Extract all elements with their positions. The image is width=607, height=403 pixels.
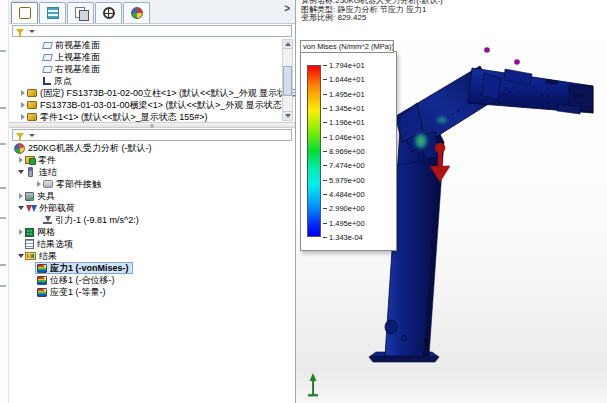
tree-item-column-part[interactable]: (固定) FS1373B-01-02-00立柱<1> (默认<<默认>_外观 显… (9, 87, 295, 99)
stress-plot-icon (37, 264, 47, 273)
scroll-thumb[interactable] (283, 66, 292, 96)
simulation-study-icon (14, 143, 25, 154)
scroll-down-button[interactable] (283, 111, 292, 120)
legend-value: 5.979e+00 (329, 177, 365, 185)
connections-icon (28, 167, 33, 177)
scroll-up-button[interactable] (283, 40, 292, 49)
part-icon (27, 101, 37, 109)
sim-item-connections[interactable]: 连结 (9, 166, 295, 178)
stress-legend: von Mises (N/mm^2 (MPa)) 1.794e+01 1.644… (300, 40, 399, 251)
sim-item-component-contact[interactable]: 零部件接触 (9, 178, 295, 190)
part-icon (27, 89, 37, 97)
chevron-down-icon (29, 30, 35, 33)
legend-title: von Mises (N/mm^2 (MPa)) (300, 40, 394, 53)
sim-item-gravity[interactable]: 引力-1 (-9.81 m/s^2:) (9, 214, 295, 226)
legend-value: 7.474e+00 (329, 162, 365, 170)
tab-dimxpert[interactable] (95, 2, 122, 23)
results-folder-icon (25, 252, 36, 260)
legend-value: 1.345e+01 (329, 105, 365, 113)
part-icon (27, 113, 37, 121)
legend-value: 4.484e+00 (329, 191, 365, 199)
featuremanager-tree-icon (19, 7, 31, 19)
tree-scrollbar[interactable] (282, 39, 293, 121)
legend-value: 2.990e+00 (329, 205, 365, 213)
collapse-arrow[interactable] (17, 254, 25, 258)
parts-folder-icon (25, 156, 35, 164)
plot-annotation: 算例名称:250KG机器人受力分析(-默认-) 图解类型: 静应力分析 节应力 … (301, 0, 443, 23)
splitter-handle (150, 124, 154, 128)
load-point-marker (484, 47, 490, 53)
tab-featuremanager[interactable] (11, 2, 38, 23)
sim-item-fixtures[interactable]: 夹具 (9, 190, 295, 202)
tree-item-top-plane[interactable]: 上视基准面 (9, 51, 295, 63)
expand-arrow[interactable] (35, 181, 43, 187)
legend-body: 1.794e+01 1.644e+01 1.495e+01 1.345e+01 … (300, 51, 397, 251)
configuration-manager-icon (75, 7, 87, 19)
legend-value: 1.046e+01 (329, 134, 365, 142)
expand-arrow[interactable] (17, 193, 25, 199)
plane-icon (42, 42, 53, 49)
expand-arrow[interactable] (19, 114, 27, 120)
sim-item-mesh[interactable]: 网格 (9, 226, 295, 238)
sim-item-displacement-plot[interactable]: 位移1 (-合位移-) (9, 274, 295, 286)
sim-item-results[interactable]: 结果 (9, 250, 295, 262)
sim-item-external-loads[interactable]: 外部载荷 (9, 202, 295, 214)
propertymanager-icon (47, 7, 59, 19)
filter-box-simulation[interactable] (12, 129, 292, 141)
tree-item-origin[interactable]: 原点 (9, 75, 295, 87)
origin-icon (43, 77, 51, 85)
expand-arrow[interactable] (19, 102, 27, 108)
legend-value: 1.495e+01 (329, 91, 365, 99)
collapse-arrow[interactable] (17, 206, 25, 210)
legend-value: 1.196e+01 (329, 119, 365, 127)
simulation-study-tree: 250KG机器人受力分析 (-默认-) 零件 连结 零部件接触 夹具 (9, 142, 295, 298)
tree-item-front-plane[interactable]: 前视基准面 (9, 39, 295, 51)
external-loads-icon (25, 203, 36, 213)
plane-icon (42, 66, 53, 73)
dimxpert-icon (103, 7, 115, 19)
strain-plot-icon (37, 288, 47, 297)
tab-propertymanager[interactable] (39, 2, 66, 23)
displacement-plot-icon (37, 276, 47, 285)
mesh-icon (25, 228, 34, 237)
graphics-area[interactable]: 算例名称:250KG机器人受力分析(-默认-) 图解类型: 静应力分析 节应力 … (296, 0, 607, 403)
tree-item-beam-part[interactable]: FS1373B-01-03-01-00横梁<1> (默认<<默认>_外观 显示状… (9, 99, 295, 111)
component-contact-icon (43, 180, 53, 188)
tab-displaymanager[interactable] (123, 2, 150, 23)
tree-splitter[interactable] (9, 122, 295, 128)
featuremanager-tree: 前视基准面 上视基准面 右视基准面 原点 (固定) FS1373B-01-02-… (9, 38, 295, 122)
panel-tab-bar: > (9, 0, 295, 24)
display-manager-icon (131, 7, 143, 19)
deformation-scale-line: 变形比例: 829.425 (301, 14, 443, 23)
orientation-triad-icon (308, 373, 318, 397)
fixtures-icon (25, 192, 34, 201)
sim-item-result-options[interactable]: 结果选项 (9, 238, 295, 250)
legend-value: 8.969e+00 (329, 148, 365, 156)
sim-item-parts[interactable]: 零件 (9, 154, 295, 166)
tab-configurations[interactable] (67, 2, 94, 23)
tree-item-right-plane[interactable]: 右视基准面 (9, 63, 295, 75)
left-edge-strip (0, 0, 9, 403)
collapse-arrow[interactable] (17, 170, 25, 174)
load-point-marker (514, 59, 520, 65)
chevron-down-icon (29, 134, 35, 137)
expand-arrow[interactable] (17, 229, 25, 235)
legend-colorbar (307, 65, 321, 237)
expand-arrow[interactable] (19, 90, 27, 96)
selected-item-highlight: 应力1 (-vonMises-) (35, 262, 133, 274)
sim-item-strain-plot[interactable]: 应变1 (-等量-) (9, 286, 295, 298)
sim-item-stress-plot[interactable]: 应力1 (-vonMises-) (9, 262, 295, 274)
filter-box-featuremanager[interactable] (12, 25, 292, 37)
solidworks-window: > 前视基准面 上视基准面 右视基准面 原点 (0, 0, 607, 403)
sim-study-root[interactable]: 250KG机器人受力分析 (-默认-) (9, 142, 295, 154)
panel-expand-arrow[interactable]: > (284, 3, 290, 14)
legend-value: 1.794e+01 (329, 62, 365, 70)
filter-funnel-icon (16, 29, 24, 34)
expand-arrow[interactable] (17, 157, 25, 163)
legend-value: 1.495e+00 (329, 220, 365, 228)
filter-funnel-icon (16, 133, 24, 138)
legend-value: 1.644e+01 (329, 76, 365, 84)
feature-panel: > 前视基准面 上视基准面 右视基准面 原点 (9, 0, 296, 403)
gravity-icon (43, 215, 52, 225)
plane-icon (42, 54, 53, 61)
